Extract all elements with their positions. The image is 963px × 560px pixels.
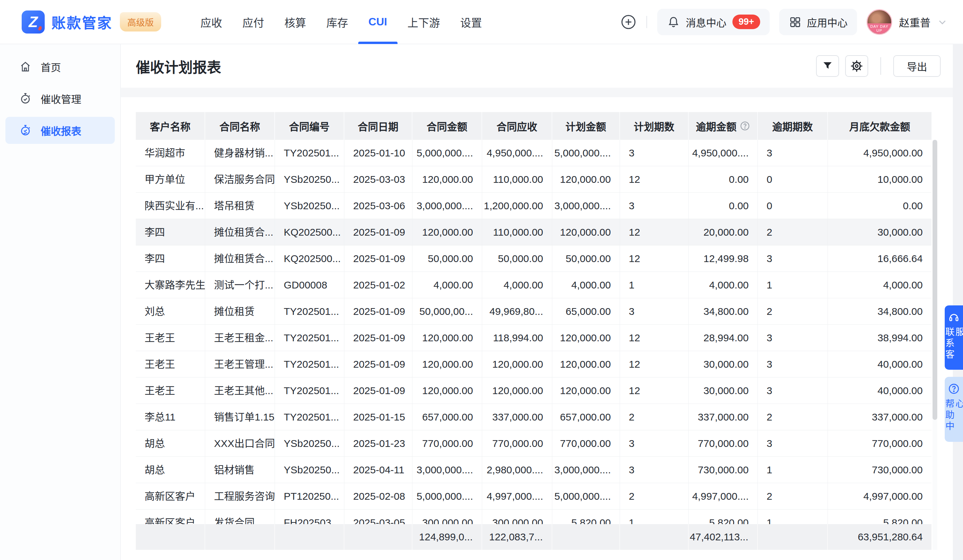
summary-cell xyxy=(205,524,275,550)
table-scrollbar-thumb[interactable] xyxy=(932,140,937,420)
user-menu[interactable]: DAY DAY UP 赵重普 xyxy=(866,9,948,35)
column-header-contract-receivable[interactable]: 合同应收 xyxy=(482,112,552,140)
headset-icon xyxy=(948,311,960,323)
sidebar-item-label: 催收管理 xyxy=(41,91,81,106)
nav-item-inventory[interactable]: 库存 xyxy=(316,0,358,44)
table-cell: 120,000.00 xyxy=(412,377,482,404)
column-header-contract-no[interactable]: 合同编号 xyxy=(275,112,344,140)
table-cell: 5,000,000.... xyxy=(412,483,482,509)
top-navbar: Z 账款管家 高级版 应收 应付 核算 库存 CUI 上下游 设置 消息中心 9… xyxy=(0,0,963,44)
nav-item-cui[interactable]: CUI xyxy=(358,0,397,44)
column-header-month-end-debt[interactable]: 月底欠款金额 xyxy=(828,112,932,140)
help-icon[interactable] xyxy=(740,121,750,131)
table-cell: 12 xyxy=(620,377,689,404)
column-header-contract-amount[interactable]: 合同金额 xyxy=(412,112,482,140)
table-cell: 3,000,000.... xyxy=(412,457,482,483)
help-center-button[interactable]: 帮助中心 xyxy=(945,377,963,442)
table-cell: TY202501... xyxy=(275,351,344,377)
nav-item-payable[interactable]: 应付 xyxy=(232,0,274,44)
nav-item-upstream-downstream[interactable]: 上下游 xyxy=(397,0,450,44)
column-header-overdue-periods[interactable]: 逾期期数 xyxy=(758,112,828,140)
chevron-down-icon xyxy=(937,16,948,28)
table-cell: 38,994.00 xyxy=(828,325,932,351)
app-center-button[interactable]: 应用中心 xyxy=(779,9,857,35)
table-cell: TY202501... xyxy=(275,377,344,404)
table-row[interactable]: 胡总XXX出口合同YSb20250...2025-01-23770,000.00… xyxy=(136,431,932,457)
table-row[interactable]: 华润超市健身器材销...TY202501...2025-01-105,000,0… xyxy=(136,140,932,166)
table-cell: 4,997,000.... xyxy=(482,483,552,509)
table-cell: 陕西实业有... xyxy=(136,193,205,219)
app-center-label: 应用中心 xyxy=(807,15,848,29)
nav-item-accounting[interactable]: 核算 xyxy=(274,0,316,44)
table-cell: YSb20250... xyxy=(275,457,344,483)
table-row[interactable]: 李四摊位租赁合...KQ202500...2025-01-0950,000.00… xyxy=(136,246,932,272)
table-cell: 3 xyxy=(758,140,828,166)
table-cell: 2025-01-09 xyxy=(344,377,412,404)
table-row[interactable]: 王老王王老王租金...TY202501...2025-01-09120,000.… xyxy=(136,325,932,351)
table-cell: 120,000.00 xyxy=(412,219,482,245)
table-cell: 3 xyxy=(620,431,689,456)
column-header-overdue-amount[interactable]: 逾期金额 xyxy=(689,112,758,140)
table-cell: 3,000,000.... xyxy=(412,193,482,219)
table-cell: GD00008 xyxy=(275,272,344,298)
export-button[interactable]: 导出 xyxy=(893,55,941,77)
table-row[interactable]: 高新区客户工程服务咨询PT120250...2025-02-085,000,00… xyxy=(136,483,932,510)
table-cell: 3 xyxy=(758,431,828,456)
contact-support-button[interactable]: 联系客服 xyxy=(945,305,963,370)
table-cell: 110,000.00 xyxy=(482,219,552,245)
table-row[interactable]: 王老王王老王其他...TY202501...2025-01-09120,000.… xyxy=(136,377,932,404)
table-row[interactable]: 大寨路李先生测试一个打...GD000082025-01-024,000.004… xyxy=(136,272,932,298)
table-cell: 12,499.98 xyxy=(689,246,758,272)
table-cell: 16,666.64 xyxy=(828,246,932,272)
table-cell: 4,000.00 xyxy=(552,272,620,298)
sidebar-item-home[interactable]: 首页 xyxy=(5,53,115,80)
column-header-contract-name[interactable]: 合同名称 xyxy=(205,112,275,140)
table-cell: 12 xyxy=(620,246,689,272)
table-cell: 4,000.00 xyxy=(828,272,932,298)
table-cell: YSb20250... xyxy=(275,193,344,219)
main-content: 催收计划报表 导出 xyxy=(121,44,963,560)
table-cell: 2 xyxy=(758,483,828,509)
column-header-customer[interactable]: 客户名称 xyxy=(136,112,205,140)
page-scrollbar-track[interactable] xyxy=(953,44,963,560)
add-button[interactable] xyxy=(621,14,636,30)
sidebar-item-collection-report[interactable]: 催收报表 xyxy=(5,117,115,144)
table-cell: 5,820.00 xyxy=(552,510,620,524)
table-cell: 0.00 xyxy=(689,193,758,219)
table-row[interactable]: 陕西实业有...塔吊租赁YSb20250...2025-03-063,000,0… xyxy=(136,193,932,219)
table-cell: 铝材销售 xyxy=(205,457,275,483)
table-cell: 李四 xyxy=(136,219,205,245)
table-cell: 1 xyxy=(620,510,689,524)
table-cell: 高新区客户 xyxy=(136,510,205,524)
table-row[interactable]: 李四摊位租赁合...KQ202500...2025-01-09120,000.0… xyxy=(136,219,932,246)
table-cell: 0.00 xyxy=(828,193,932,219)
table-row[interactable]: 胡总铝材销售YSb20250...2025-04-113,000,000....… xyxy=(136,457,932,483)
table-cell: 730,000.00 xyxy=(689,457,758,483)
table-cell: 730,000.00 xyxy=(828,457,932,483)
table-row[interactable]: 王老王王老王管理...TY202501...2025-01-09120,000.… xyxy=(136,351,932,377)
sidebar-item-collection-management[interactable]: 催收管理 xyxy=(5,85,115,112)
filter-button[interactable] xyxy=(816,55,839,77)
table-scrollbar-track[interactable] xyxy=(932,140,937,550)
nav-item-receivable[interactable]: 应收 xyxy=(190,0,232,44)
nav-item-settings[interactable]: 设置 xyxy=(450,0,492,44)
message-center-button[interactable]: 消息中心 99+ xyxy=(657,9,770,35)
table-row[interactable]: 刘总摊位租赁TY202501...2025-01-0950,000,00...4… xyxy=(136,298,932,325)
table-cell: KQ202500... xyxy=(275,246,344,272)
brand-name: 账款管家 xyxy=(52,11,112,32)
table-cell: 1 xyxy=(620,272,689,298)
column-header-plan-amount[interactable]: 计划金额 xyxy=(552,112,620,140)
column-header-plan-periods[interactable]: 计划期数 xyxy=(620,112,689,140)
brand-logo[interactable]: Z 账款管家 高级版 xyxy=(22,10,161,34)
table-cell: 2025-02-08 xyxy=(344,483,412,509)
topnav-right: 消息中心 99+ 应用中心 DAY DAY UP 赵重普 xyxy=(621,9,948,35)
table-cell: 4,997,000.... xyxy=(689,483,758,509)
bell-icon xyxy=(667,15,680,29)
table-row[interactable]: 李总11销售订单1.15TY202501...2025-01-15657,000… xyxy=(136,404,932,431)
question-circle-icon xyxy=(948,383,960,395)
column-settings-button[interactable] xyxy=(845,55,868,77)
table-row[interactable]: 甲方单位保洁服务合同YSb20250...2025-03-03120,000.0… xyxy=(136,166,932,193)
table-cell: 770,000.00 xyxy=(552,431,620,456)
column-header-contract-date[interactable]: 合同日期 xyxy=(344,112,412,140)
table-row[interactable]: 高新区客户发货合同FH2025032025-03-05300,000.00300… xyxy=(136,510,932,524)
